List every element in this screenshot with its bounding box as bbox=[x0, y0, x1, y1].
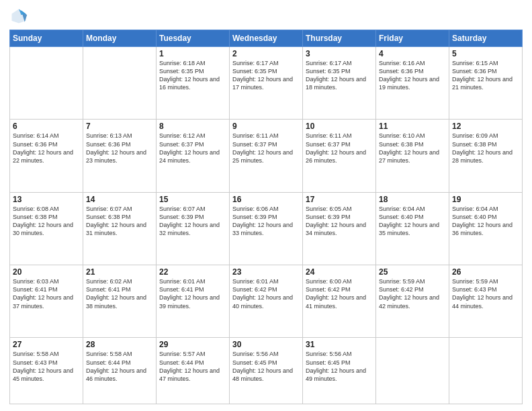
day-info: Sunrise: 6:07 AM Sunset: 6:39 PM Dayligh… bbox=[159, 205, 226, 238]
day-number: 25 bbox=[379, 267, 446, 277]
week-row-1: 1Sunrise: 6:18 AM Sunset: 6:35 PM Daylig… bbox=[10, 47, 523, 120]
day-info: Sunrise: 6:01 AM Sunset: 6:41 PM Dayligh… bbox=[159, 277, 226, 310]
day-number: 16 bbox=[232, 195, 300, 204]
day-cell: 20Sunrise: 6:03 AM Sunset: 6:41 PM Dayli… bbox=[10, 265, 83, 338]
day-info: Sunrise: 6:16 AM Sunset: 6:36 PM Dayligh… bbox=[379, 59, 446, 92]
day-cell: 1Sunrise: 6:18 AM Sunset: 6:35 PM Daylig… bbox=[157, 47, 230, 120]
day-number: 12 bbox=[452, 122, 519, 131]
day-info: Sunrise: 5:58 AM Sunset: 6:44 PM Dayligh… bbox=[86, 350, 153, 383]
day-info: Sunrise: 6:18 AM Sunset: 6:35 PM Dayligh… bbox=[159, 59, 226, 92]
day-info: Sunrise: 6:17 AM Sunset: 6:35 PM Dayligh… bbox=[306, 59, 373, 92]
day-cell: 19Sunrise: 6:04 AM Sunset: 6:40 PM Dayli… bbox=[449, 192, 523, 265]
day-cell bbox=[10, 47, 83, 120]
day-cell bbox=[449, 338, 523, 404]
page: SundayMondayTuesdayWednesdayThursdayFrid… bbox=[0, 0, 532, 411]
day-cell: 26Sunrise: 5:59 AM Sunset: 6:43 PM Dayli… bbox=[449, 265, 523, 338]
day-cell: 27Sunrise: 5:58 AM Sunset: 6:43 PM Dayli… bbox=[10, 338, 83, 404]
day-cell: 4Sunrise: 6:16 AM Sunset: 6:36 PM Daylig… bbox=[376, 47, 449, 120]
day-info: Sunrise: 5:58 AM Sunset: 6:43 PM Dayligh… bbox=[13, 350, 80, 383]
day-cell bbox=[83, 47, 157, 120]
day-number: 5 bbox=[452, 49, 519, 58]
day-number: 9 bbox=[232, 122, 300, 131]
day-cell: 28Sunrise: 5:58 AM Sunset: 6:44 PM Dayli… bbox=[83, 338, 157, 404]
col-header-sunday: Sunday bbox=[10, 30, 83, 47]
day-info: Sunrise: 6:15 AM Sunset: 6:36 PM Dayligh… bbox=[452, 59, 519, 92]
day-info: Sunrise: 5:56 AM Sunset: 6:45 PM Dayligh… bbox=[306, 350, 373, 383]
day-number: 10 bbox=[306, 122, 373, 131]
day-cell: 8Sunrise: 6:12 AM Sunset: 6:37 PM Daylig… bbox=[157, 120, 230, 192]
day-cell: 6Sunrise: 6:14 AM Sunset: 6:36 PM Daylig… bbox=[10, 120, 83, 192]
day-number: 27 bbox=[13, 340, 80, 349]
day-cell bbox=[376, 338, 449, 404]
day-cell: 3Sunrise: 6:17 AM Sunset: 6:35 PM Daylig… bbox=[303, 47, 376, 120]
col-header-monday: Monday bbox=[83, 30, 157, 47]
day-info: Sunrise: 6:03 AM Sunset: 6:41 PM Dayligh… bbox=[13, 277, 80, 310]
logo-icon bbox=[9, 7, 28, 26]
day-info: Sunrise: 6:13 AM Sunset: 6:36 PM Dayligh… bbox=[86, 132, 153, 165]
day-cell: 31Sunrise: 5:56 AM Sunset: 6:45 PM Dayli… bbox=[303, 338, 376, 404]
day-cell: 24Sunrise: 6:00 AM Sunset: 6:42 PM Dayli… bbox=[303, 265, 376, 338]
day-info: Sunrise: 6:04 AM Sunset: 6:40 PM Dayligh… bbox=[452, 205, 519, 238]
calendar-table: SundayMondayTuesdayWednesdayThursdayFrid… bbox=[9, 30, 523, 404]
day-number: 19 bbox=[452, 195, 519, 204]
day-info: Sunrise: 6:14 AM Sunset: 6:36 PM Dayligh… bbox=[13, 132, 80, 165]
day-number: 24 bbox=[306, 267, 373, 277]
day-info: Sunrise: 6:11 AM Sunset: 6:37 PM Dayligh… bbox=[232, 132, 300, 165]
day-number: 2 bbox=[232, 49, 300, 58]
col-header-wednesday: Wednesday bbox=[230, 30, 303, 47]
day-cell: 22Sunrise: 6:01 AM Sunset: 6:41 PM Dayli… bbox=[157, 265, 230, 338]
day-number: 4 bbox=[379, 49, 446, 58]
day-number: 23 bbox=[232, 267, 300, 277]
day-number: 22 bbox=[159, 267, 226, 277]
day-info: Sunrise: 6:06 AM Sunset: 6:39 PM Dayligh… bbox=[232, 205, 300, 238]
day-number: 20 bbox=[13, 267, 80, 277]
day-cell: 7Sunrise: 6:13 AM Sunset: 6:36 PM Daylig… bbox=[83, 120, 157, 192]
day-number: 18 bbox=[379, 195, 446, 204]
day-cell: 23Sunrise: 6:01 AM Sunset: 6:42 PM Dayli… bbox=[230, 265, 303, 338]
day-cell: 30Sunrise: 5:56 AM Sunset: 6:45 PM Dayli… bbox=[230, 338, 303, 404]
day-info: Sunrise: 5:59 AM Sunset: 6:42 PM Dayligh… bbox=[379, 277, 446, 310]
day-number: 3 bbox=[306, 49, 373, 58]
day-info: Sunrise: 6:17 AM Sunset: 6:35 PM Dayligh… bbox=[232, 59, 300, 92]
day-number: 17 bbox=[306, 195, 373, 204]
day-info: Sunrise: 6:11 AM Sunset: 6:37 PM Dayligh… bbox=[306, 132, 373, 165]
day-cell: 2Sunrise: 6:17 AM Sunset: 6:35 PM Daylig… bbox=[230, 47, 303, 120]
day-number: 11 bbox=[379, 122, 446, 131]
col-header-saturday: Saturday bbox=[449, 30, 523, 47]
day-cell: 9Sunrise: 6:11 AM Sunset: 6:37 PM Daylig… bbox=[230, 120, 303, 192]
day-info: Sunrise: 6:10 AM Sunset: 6:38 PM Dayligh… bbox=[379, 132, 446, 165]
day-cell: 13Sunrise: 6:08 AM Sunset: 6:38 PM Dayli… bbox=[10, 192, 83, 265]
day-number: 28 bbox=[86, 340, 153, 349]
day-cell: 15Sunrise: 6:07 AM Sunset: 6:39 PM Dayli… bbox=[157, 192, 230, 265]
day-info: Sunrise: 5:57 AM Sunset: 6:44 PM Dayligh… bbox=[159, 350, 226, 383]
day-number: 31 bbox=[306, 340, 373, 349]
day-number: 7 bbox=[86, 122, 153, 131]
day-cell: 16Sunrise: 6:06 AM Sunset: 6:39 PM Dayli… bbox=[230, 192, 303, 265]
day-cell: 10Sunrise: 6:11 AM Sunset: 6:37 PM Dayli… bbox=[303, 120, 376, 192]
day-cell: 21Sunrise: 6:02 AM Sunset: 6:41 PM Dayli… bbox=[83, 265, 157, 338]
day-cell: 18Sunrise: 6:04 AM Sunset: 6:40 PM Dayli… bbox=[376, 192, 449, 265]
day-number: 21 bbox=[86, 267, 153, 277]
day-cell: 5Sunrise: 6:15 AM Sunset: 6:36 PM Daylig… bbox=[449, 47, 523, 120]
week-row-2: 6Sunrise: 6:14 AM Sunset: 6:36 PM Daylig… bbox=[10, 120, 523, 192]
day-info: Sunrise: 6:09 AM Sunset: 6:38 PM Dayligh… bbox=[452, 132, 519, 165]
day-number: 30 bbox=[232, 340, 300, 349]
day-cell: 25Sunrise: 5:59 AM Sunset: 6:42 PM Dayli… bbox=[376, 265, 449, 338]
day-number: 13 bbox=[13, 195, 80, 204]
day-number: 6 bbox=[13, 122, 80, 131]
day-number: 15 bbox=[159, 195, 226, 204]
day-cell: 14Sunrise: 6:07 AM Sunset: 6:38 PM Dayli… bbox=[83, 192, 157, 265]
header bbox=[9, 7, 523, 26]
day-info: Sunrise: 6:12 AM Sunset: 6:37 PM Dayligh… bbox=[159, 132, 226, 165]
day-info: Sunrise: 6:01 AM Sunset: 6:42 PM Dayligh… bbox=[232, 277, 300, 310]
day-number: 8 bbox=[159, 122, 226, 131]
day-info: Sunrise: 6:02 AM Sunset: 6:41 PM Dayligh… bbox=[86, 277, 153, 310]
col-header-thursday: Thursday bbox=[303, 30, 376, 47]
logo bbox=[9, 7, 30, 26]
col-header-friday: Friday bbox=[376, 30, 449, 47]
day-number: 14 bbox=[86, 195, 153, 204]
day-info: Sunrise: 6:04 AM Sunset: 6:40 PM Dayligh… bbox=[379, 205, 446, 238]
header-row: SundayMondayTuesdayWednesdayThursdayFrid… bbox=[10, 30, 523, 47]
week-row-3: 13Sunrise: 6:08 AM Sunset: 6:38 PM Dayli… bbox=[10, 192, 523, 265]
week-row-4: 20Sunrise: 6:03 AM Sunset: 6:41 PM Dayli… bbox=[10, 265, 523, 338]
